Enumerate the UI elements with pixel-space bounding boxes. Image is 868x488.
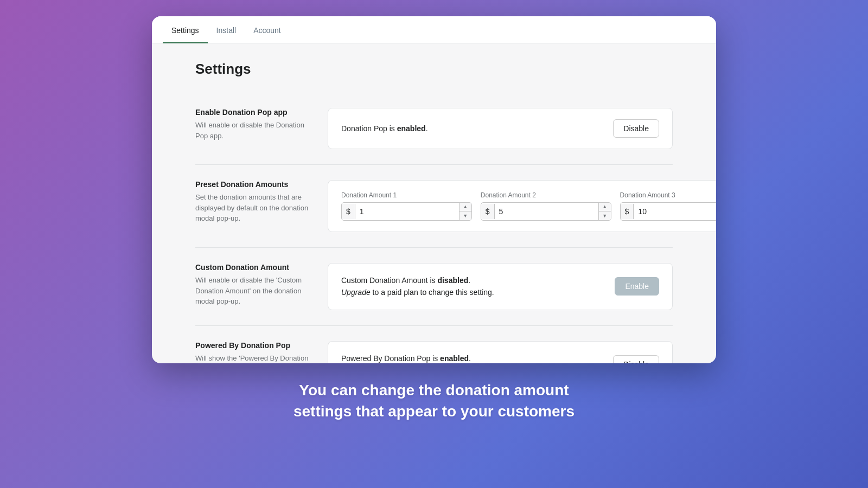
enable-custom-amount-button[interactable]: Enable <box>615 277 659 296</box>
powered-by-control-col: Powered By Donation Pop is enabled. Upgr… <box>328 341 673 363</box>
caption-line2: settings that appear to your customers <box>293 401 575 422</box>
disable-powered-by-button[interactable]: Disable <box>613 355 659 363</box>
preset-amounts-desc: Set the donation amounts that are displa… <box>195 192 315 224</box>
amount-input-1[interactable] <box>355 204 459 219</box>
main-content: Settings Enable Donation Pop app Will en… <box>152 43 716 363</box>
page-title: Settings <box>195 61 673 78</box>
setting-label-col-3: Custom Donation Amount Will enable or di… <box>195 263 315 310</box>
custom-amount-desc: Will enable or disable the 'Custom Donat… <box>195 275 315 307</box>
amount-1-up[interactable]: ▲ <box>459 203 471 211</box>
amount-prefix-1: $ <box>342 204 355 219</box>
setting-custom-amount: Custom Donation Amount Will enable or di… <box>195 248 673 326</box>
preset-amounts-title: Preset Donation Amounts <box>195 180 315 189</box>
bottom-caption: You can change the donation amount setti… <box>283 363 585 422</box>
amount-input-wrap-1: $ ▲ ▼ <box>341 202 472 221</box>
amount-input-2[interactable] <box>495 204 598 219</box>
amount-label-3: Donation Amount 3 <box>620 191 716 199</box>
amount-spinners-1: ▲ ▼ <box>459 203 471 220</box>
powered-by-desc: Will show the 'Powered By Donation Pop' … <box>195 353 315 363</box>
setting-preset-amounts: Preset Donation Amounts Set the donation… <box>195 165 673 248</box>
tab-install[interactable]: Install <box>208 16 245 43</box>
amount-spinners-2: ▲ ▼ <box>598 203 611 220</box>
tab-settings[interactable]: Settings <box>163 16 208 43</box>
setting-label-col: Enable Donation Pop app Will enable or d… <box>195 108 315 149</box>
amount-prefix-3: $ <box>621 204 634 219</box>
setting-powered-by: Powered By Donation Pop Will show the 'P… <box>195 326 673 363</box>
powered-by-title: Powered By Donation Pop <box>195 341 315 350</box>
setting-desc: Will enable or disable the Donation Pop … <box>195 120 315 141</box>
amount-input-wrap-2: $ ▲ ▼ <box>481 202 611 221</box>
amount-2-up[interactable]: ▲ <box>599 203 611 211</box>
amount-input-wrap-3: $ ▲ ▼ <box>620 202 716 221</box>
custom-amount-control-col: Custom Donation Amount is disabled. Upgr… <box>328 263 673 310</box>
amount-2-down[interactable]: ▼ <box>599 211 611 220</box>
amount-input-3[interactable] <box>634 204 716 219</box>
app-window: Settings Install Account Settings Enable… <box>152 16 716 363</box>
amount-prefix-2: $ <box>481 204 495 219</box>
caption-line1: You can change the donation amount <box>293 380 575 401</box>
amount-field-3: Donation Amount 3 $ ▲ ▼ <box>620 191 716 221</box>
control-status-text: Donation Pop is enabled. <box>341 123 428 134</box>
setting-title: Enable Donation Pop app <box>195 108 315 117</box>
amount-label-2: Donation Amount 2 <box>481 191 611 199</box>
setting-enable-donation-pop: Enable Donation Pop app Will enable or d… <box>195 93 673 165</box>
custom-amount-status: Custom Donation Amount is disabled. Upgr… <box>341 274 494 299</box>
amount-field-2: Donation Amount 2 $ ▲ ▼ <box>481 191 611 221</box>
amount-label-1: Donation Amount 1 <box>341 191 472 199</box>
tab-account[interactable]: Account <box>245 16 290 43</box>
powered-by-status: Powered By Donation Pop is enabled. Upgr… <box>341 352 494 363</box>
amounts-grid: Donation Amount 1 $ ▲ ▼ Donation Amount … <box>341 191 716 221</box>
amounts-control-col: Donation Amount 1 $ ▲ ▼ Donation Amount … <box>328 180 716 232</box>
custom-amount-title: Custom Donation Amount <box>195 263 315 272</box>
amount-1-down[interactable]: ▼ <box>459 211 471 220</box>
amount-field-1: Donation Amount 1 $ ▲ ▼ <box>341 191 472 221</box>
setting-label-col-2: Preset Donation Amounts Set the donation… <box>195 180 315 232</box>
setting-control-col: Donation Pop is enabled. Disable <box>328 108 673 149</box>
tab-bar: Settings Install Account <box>152 16 716 43</box>
setting-label-col-4: Powered By Donation Pop Will show the 'P… <box>195 341 315 363</box>
disable-donation-pop-button[interactable]: Disable <box>613 119 659 138</box>
